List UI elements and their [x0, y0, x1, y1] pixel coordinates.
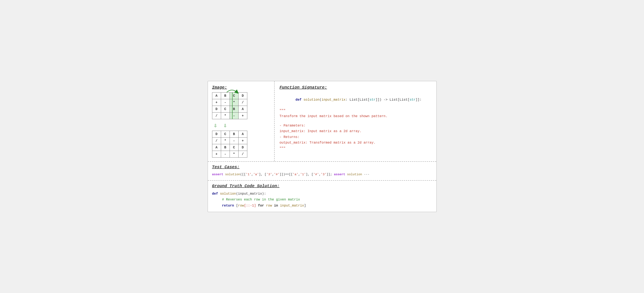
top-section: Image: [208, 81, 436, 162]
cell: D [238, 144, 247, 151]
down-arrows: ⇩ ⇩ [214, 122, 270, 129]
cell: C [230, 144, 238, 151]
docstring-param-line: input_matrix: Input matrix as a 2d array… [280, 128, 431, 134]
main-container: Image: [208, 81, 437, 212]
cell: + [238, 138, 247, 144]
cell: + [212, 151, 221, 158]
type-str: str [370, 98, 376, 102]
table-row: A B C D [212, 144, 247, 151]
function-title: Function Signature: [280, 85, 431, 90]
top-matrix: A B C D + - * / D C B A [212, 92, 247, 119]
test-section: Test Cases: assert solution([['1','a'], … [208, 162, 436, 181]
fn-name2: solution [220, 192, 236, 196]
cell: C [221, 106, 230, 112]
cell: D [212, 106, 221, 112]
ground-line1: def solution(input_matrix): [212, 191, 432, 197]
fn-name: solution [304, 98, 320, 102]
ground-title: Ground Truth Code Solution: [212, 184, 432, 188]
ground-code: def solution(input_matrix): # Reverses e… [212, 191, 432, 209]
cell: A [212, 144, 221, 151]
rotation-arrow [224, 88, 239, 94]
test-title: Test Cases: [212, 165, 432, 170]
cell: D [212, 131, 221, 138]
keyword-def: def [296, 98, 303, 102]
table-row: / * - + [212, 112, 247, 119]
cell: / [212, 138, 221, 144]
kw-return: return [222, 204, 236, 208]
docstring-return-line: output_matrix: Transformed matrix as a 2… [280, 140, 431, 146]
keyword-assert2: assert [334, 173, 347, 176]
top-matrix-container: A B C D + - * / D C B A [212, 92, 247, 119]
test-code-line: assert solution([['1','a'], ['3','#']])=… [212, 172, 432, 177]
down-arrow-right: ⇩ [223, 122, 227, 129]
cell: * [230, 99, 238, 106]
cell: A [238, 131, 247, 138]
cell: D [238, 92, 247, 99]
kw-def2: def [212, 192, 220, 196]
table-row: + - * / [212, 151, 247, 158]
image-title: Image: [212, 85, 270, 90]
table-row: D C B A [212, 131, 247, 138]
docstring-open: """ [280, 108, 431, 114]
table-row: D C B A [212, 106, 247, 112]
cell: - [221, 99, 230, 106]
docstring-returns-header: - Returns: [280, 134, 431, 140]
docstring-desc: Transform the input matrix based on the … [280, 114, 431, 119]
cell: B [230, 131, 238, 138]
cell: B [221, 144, 230, 151]
type-str2: str [410, 98, 416, 102]
ground-line2: # Reverses each row in the given matrix [212, 197, 432, 203]
cell: A [212, 92, 221, 99]
cell: + [238, 112, 247, 119]
docstring-params-header: - Parameters: [280, 123, 431, 128]
cell: * [221, 112, 230, 119]
cell: C [221, 131, 230, 138]
docstring-close: """ [280, 146, 431, 151]
keyword-assert: assert [212, 173, 225, 176]
cell: B [230, 106, 238, 112]
down-arrow-left: ⇩ [214, 122, 217, 129]
table-row: + - * / [212, 99, 247, 106]
table-row: / * - + [212, 138, 247, 144]
ground-line3: return [row[::-1] for row in input_matri… [212, 203, 432, 209]
cell: / [238, 151, 247, 158]
ground-section: Ground Truth Code Solution: def solution… [208, 181, 436, 212]
signature-line: def solution(input_matrix: List[List[str… [280, 92, 431, 108]
cell: + [212, 99, 221, 106]
cell: - [221, 151, 230, 158]
cell: / [212, 112, 221, 119]
cell: / [238, 99, 247, 106]
cell: A [238, 106, 247, 112]
cell: - [230, 112, 238, 119]
cell: - [230, 138, 238, 144]
comment: # Reverses each row in the given matrix [222, 198, 300, 202]
bottom-matrix: D C B A / * - + A B C D + [212, 131, 247, 158]
cell: * [230, 151, 238, 158]
image-panel: Image: [208, 81, 274, 161]
cell: * [221, 138, 230, 144]
function-panel: Function Signature: def solution(input_m… [274, 81, 436, 161]
